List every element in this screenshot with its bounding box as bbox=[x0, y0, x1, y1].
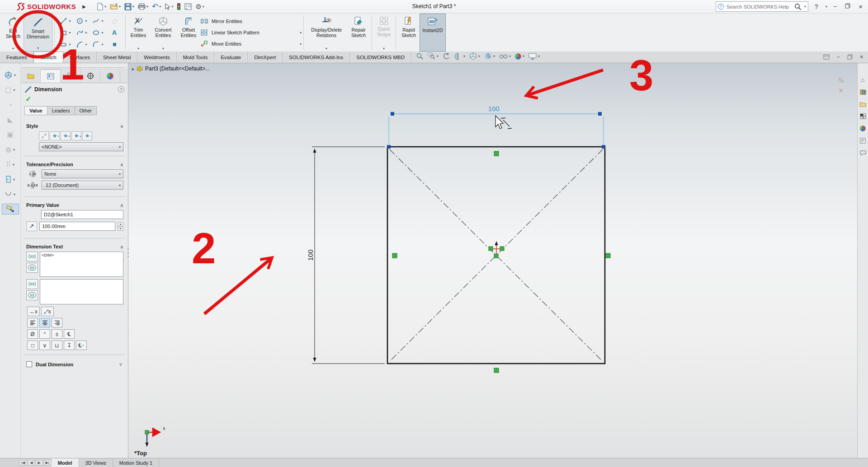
rapid-sketch-button[interactable]: Rapid Sketch bbox=[398, 14, 420, 51]
tab-solidworks-mbd[interactable]: SOLIDWORKS MBD bbox=[350, 51, 411, 63]
home-icon[interactable]: ⌂ bbox=[859, 76, 867, 84]
spline-tool-dropdown[interactable]: ▾ bbox=[101, 19, 103, 23]
rebuild-button[interactable] bbox=[176, 2, 182, 12]
tab-features[interactable]: Features bbox=[0, 51, 33, 63]
linear-pattern-feature-icon[interactable]: ⠿▾ bbox=[2, 159, 19, 170]
freeform-spline-dropdown[interactable]: ▾ bbox=[85, 31, 87, 35]
model-tab[interactable]: Model bbox=[52, 458, 79, 467]
dimension-token-button-2[interactable]: (xx) bbox=[26, 279, 38, 289]
mirror-entities-button[interactable]: Mirror Entities bbox=[200, 16, 302, 26]
menu-expand-arrow[interactable]: ▶ bbox=[82, 4, 86, 9]
cancel-sketch-corner-icon[interactable]: × bbox=[839, 87, 843, 95]
scroll-prev-button[interactable]: ◀ bbox=[28, 460, 35, 466]
plus-minus-symbol-button[interactable]: ± bbox=[52, 329, 62, 339]
primary-value-collapse-chevron[interactable]: ∧ bbox=[120, 203, 123, 208]
convert-entities-button[interactable]: Convert Entities ▾ bbox=[149, 14, 177, 51]
configuration-manager-tab[interactable] bbox=[61, 69, 80, 83]
restore-button[interactable] bbox=[843, 3, 852, 10]
countersink-symbol-button[interactable]: ∨ bbox=[39, 341, 50, 350]
display-style-dropdown[interactable]: ▾ bbox=[493, 54, 495, 58]
tab-leaders[interactable]: Leaders bbox=[47, 106, 75, 115]
line-tool-dropdown[interactable]: ▾ bbox=[69, 19, 71, 23]
diameter-symbol-button[interactable]: Ø bbox=[27, 329, 38, 339]
align-center-button[interactable] bbox=[39, 318, 50, 327]
view-orientation-dropdown[interactable]: ▾ bbox=[478, 54, 480, 58]
3d-views-tab[interactable]: 3D Views bbox=[79, 458, 113, 467]
view-settings-button[interactable]: ▾ bbox=[528, 53, 540, 60]
exit-sketch-dropdown[interactable]: ▾ bbox=[3, 47, 24, 51]
display-delete-dropdown[interactable]: ▾ bbox=[306, 47, 347, 51]
fillet-tool-button[interactable]: ▾ bbox=[90, 38, 106, 50]
edit-appearance-dropdown[interactable]: ▾ bbox=[523, 54, 524, 58]
exit-sketch-button[interactable]: Exit Sketch ▾ bbox=[3, 14, 24, 51]
angled-dimension-button[interactable]: ⤢x bbox=[41, 307, 54, 316]
design-library-icon[interactable] bbox=[859, 88, 867, 96]
appearances-scenes-icon[interactable] bbox=[859, 125, 867, 132]
delete-style-button[interactable]: ★× bbox=[61, 131, 71, 140]
centerline-symbol-button[interactable]: ℄ bbox=[64, 329, 75, 339]
freeform-spline-tool-button[interactable]: ▾ bbox=[74, 27, 90, 38]
add-style-button[interactable]: ★+ bbox=[50, 131, 60, 140]
ellipse-tool-dropdown[interactable]: ▾ bbox=[101, 31, 103, 35]
arc-tool-dropdown[interactable]: ▾ bbox=[85, 42, 87, 47]
help-button[interactable]: ? bbox=[813, 3, 820, 10]
dimension-text-input[interactable]: <DIM> bbox=[40, 252, 123, 277]
scroll-last-button[interactable]: ▶| bbox=[43, 460, 52, 466]
rectangle-tool-dropdown[interactable]: ▾ bbox=[69, 31, 71, 35]
dimension-value-field[interactable]: 100.00mm bbox=[39, 222, 115, 231]
section-view-dropdown[interactable]: ▾ bbox=[463, 54, 465, 58]
style-collapse-chevron[interactable]: ∧ bbox=[120, 124, 123, 129]
feature-manager-tab[interactable] bbox=[21, 69, 41, 83]
solidworks-forum-icon[interactable] bbox=[859, 149, 867, 157]
horizontal-dimension-button[interactable]: ↔x bbox=[27, 307, 40, 316]
tab-sketch[interactable]: Sketch bbox=[33, 51, 63, 63]
align-left-button[interactable] bbox=[27, 318, 38, 327]
dimension-text-input-2[interactable] bbox=[40, 279, 123, 304]
help-search-box[interactable]: ? ▾ bbox=[716, 1, 808, 12]
instant3d-icon[interactable] bbox=[2, 204, 19, 215]
spline-tool-button[interactable]: ▾ bbox=[90, 15, 106, 27]
dimxpert-manager-tab[interactable] bbox=[80, 69, 100, 83]
minimize-button[interactable]: − bbox=[832, 3, 839, 10]
trim-entities-dropdown[interactable]: ▾ bbox=[127, 47, 149, 51]
slot-tool-button[interactable]: ▾ bbox=[57, 38, 74, 50]
zoom-to-area-button[interactable]: ▾ bbox=[428, 52, 439, 60]
swept-boss-icon[interactable]: ◔ bbox=[2, 99, 19, 110]
text-tool-button[interactable]: A bbox=[106, 27, 123, 38]
tab-other[interactable]: Other bbox=[75, 106, 97, 115]
smart-dimension-dropdown[interactable]: ▾ bbox=[24, 46, 52, 50]
circle-tool-dropdown[interactable]: ▾ bbox=[85, 19, 87, 23]
tab-value[interactable]: Value bbox=[24, 106, 47, 115]
dual-dimension-chevron[interactable]: ∨ bbox=[119, 361, 123, 367]
apply-default-style-button[interactable]: ⤢ bbox=[39, 131, 49, 140]
rectangle-tool-button[interactable]: ▾ bbox=[57, 27, 74, 38]
custom-properties-icon[interactable] bbox=[859, 137, 867, 145]
doc-minimize-button[interactable]: − bbox=[837, 54, 840, 60]
print-button[interactable]: ▾ bbox=[137, 2, 149, 12]
dimension-token-oval-button[interactable]: xx bbox=[26, 263, 38, 273]
offset-entities-button[interactable]: Offset Entities bbox=[177, 14, 200, 51]
panel-help-icon[interactable]: ? bbox=[118, 86, 124, 93]
smart-dimension-button[interactable]: Smart Dimension ▾ bbox=[24, 14, 52, 51]
doc-close-button[interactable]: × bbox=[860, 53, 863, 61]
linear-pattern-dropdown[interactable]: ▾ bbox=[300, 31, 302, 35]
trim-entities-button[interactable]: Trim Entities ▾ bbox=[127, 14, 149, 51]
hide-show-items-button[interactable]: ▾ bbox=[499, 53, 511, 59]
file-properties-button[interactable] bbox=[184, 2, 193, 12]
display-manager-tab[interactable] bbox=[100, 69, 120, 83]
slot-tool-dropdown[interactable]: ▾ bbox=[69, 42, 71, 47]
tab-evaluate[interactable]: Evaluate bbox=[214, 51, 248, 63]
dimension-token-oval-button-2[interactable]: xx bbox=[26, 290, 38, 300]
line-tool-button[interactable]: ▾ bbox=[57, 15, 74, 27]
tab-weldments[interactable]: Weldments bbox=[137, 51, 176, 63]
file-explorer-icon[interactable] bbox=[859, 100, 867, 108]
tab-solidworks-add-ins[interactable]: SOLIDWORKS Add-Ins bbox=[283, 51, 350, 63]
dimension-token-button[interactable]: (xx) bbox=[26, 252, 38, 262]
zoom-area-dropdown[interactable]: ▾ bbox=[437, 54, 439, 58]
align-right-button[interactable] bbox=[52, 318, 62, 327]
help-dropdown[interactable]: ▾ bbox=[826, 5, 827, 9]
square-symbol-button[interactable]: □ bbox=[27, 341, 38, 350]
circle-tool-button[interactable]: ▾ bbox=[74, 15, 90, 27]
convert-entities-dropdown[interactable]: ▾ bbox=[149, 47, 177, 51]
save-style-button[interactable]: ★▪ bbox=[71, 131, 81, 140]
